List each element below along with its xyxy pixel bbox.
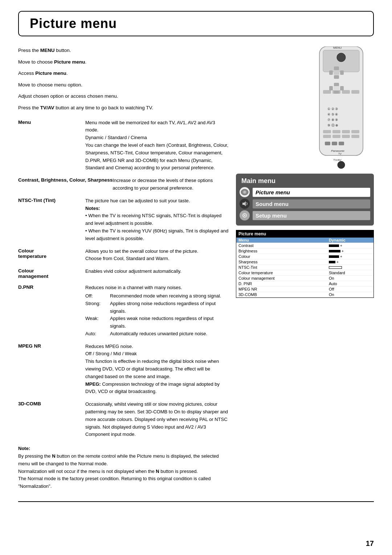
table-cell-colour-mgmt-value: On — [327, 276, 373, 281]
picture-menu-icon — [240, 187, 250, 197]
svg-text:⑦ ⑧ ⑨: ⑦ ⑧ ⑨ — [327, 118, 338, 122]
dpnr-weak-val: Applies weak noise reductions regardless… — [110, 315, 229, 330]
section-label-dpnr: D.PNR — [18, 284, 85, 290]
instruction-1: Press the MENU button. — [18, 46, 229, 54]
instructions-block: Press the MENU button. Move to choose Pi… — [18, 46, 229, 112]
picture-menu-table: Picture menu Menu Dynamic Contrast + Bri… — [236, 230, 374, 298]
section-dpnr: D.PNR Reduces noise in a channel with ma… — [18, 284, 229, 338]
section-colour-mgmt: Colourmanagement Enables vivid colour ad… — [18, 268, 229, 279]
table-cell-contrast-bar: + — [327, 243, 373, 248]
table-row-menu: Menu Dynamic — [236, 238, 373, 243]
svg-rect-7 — [340, 70, 344, 75]
svg-text:TV: TV — [338, 153, 342, 155]
svg-text:④ ⑤ ⑥: ④ ⑤ ⑥ — [327, 113, 338, 116]
sound-menu-text: Sound menu — [253, 199, 370, 208]
table-cell-brightness-label: Brightness — [236, 248, 327, 254]
table-row-3dcomb: 3D-COMB On — [236, 292, 373, 297]
svg-rect-12 — [351, 90, 359, 94]
table-row-mpeg-nr: MPEG NR Off — [236, 287, 373, 292]
table-cell-3dcomb-value: On — [327, 292, 373, 297]
setup-icon-svg — [241, 212, 248, 219]
setup-menu-label: Setup menu — [253, 211, 370, 220]
section-content-colour-temp: Allows you to set the overall colour ton… — [85, 248, 229, 263]
svg-text:① ② ③: ① ② ③ — [327, 107, 338, 111]
section-label-contrast: Contrast, Brightness, Colour, Sharpness — [18, 177, 113, 183]
section-content-colour-mgmt: Enables vivid colour adjustment automati… — [85, 268, 229, 275]
section-label-colour-temp: Colourtemperature — [18, 248, 85, 259]
table-cell-dpnr-label: D. PNR — [236, 281, 327, 287]
table-row-brightness: Brightness + — [236, 248, 373, 254]
section-mpeg-nr: MPEG NR Reduces MPEG noise. Off / Strong… — [18, 343, 229, 396]
svg-point-40 — [244, 215, 245, 216]
dpnr-off-key: Off: — [85, 292, 107, 300]
svg-rect-26 — [323, 135, 331, 138]
note-line-1: By pressing the N button on the remote c… — [18, 453, 219, 466]
sound-menu-icon — [240, 199, 250, 209]
section-label-mpeg-nr: MPEG NR — [18, 343, 85, 349]
bottom-rule — [18, 501, 374, 502]
table-cell-sharpness-bar: + — [327, 259, 373, 265]
bottom-note: Note: By pressing the N button on the re… — [18, 445, 229, 490]
section-contrast: Contrast, Brightness, Colour, Sharpness … — [18, 177, 229, 192]
svg-text:MENU: MENU — [333, 46, 342, 49]
table-cell-menu-label: Menu — [236, 238, 327, 243]
remote-area: MENU — [236, 46, 374, 170]
svg-text:TV/AV: TV/AV — [333, 158, 342, 162]
picture-menu-text: Picture menu — [253, 188, 370, 197]
instruction-4: Move to choose menu option. — [18, 81, 229, 89]
table-row-colour-mgmt: Colour management On — [236, 276, 373, 281]
setup-menu-text: Setup menu — [253, 211, 370, 220]
table-cell-colour-temp-label: Colour temperature — [236, 270, 327, 276]
svg-point-3 — [337, 53, 346, 62]
table-cell-brightness-bar: + — [327, 248, 373, 254]
svg-rect-14 — [334, 90, 339, 94]
picture-menu-table-header: Picture menu — [236, 230, 373, 238]
svg-rect-5 — [334, 75, 339, 79]
svg-rect-30 — [325, 142, 330, 145]
svg-rect-22 — [323, 130, 331, 133]
sections-container: Menu Menu mode will be memorized for eac… — [18, 119, 229, 439]
svg-rect-28 — [342, 135, 350, 138]
section-content-dpnr: Reduces noise in a channel with many noi… — [85, 284, 229, 338]
svg-point-38 — [243, 191, 246, 194]
svg-rect-6 — [329, 70, 333, 75]
table-cell-ntsc-bar — [327, 265, 373, 270]
table-cell-colour-label: Colour — [236, 254, 327, 259]
section-3dcomb: 3D-COMB Occasionally, whilst viewing sti… — [18, 401, 229, 438]
table-cell-colour-bar: + — [327, 254, 373, 259]
table-cell-mpeg-nr-value: Off — [327, 287, 373, 292]
main-menu-box: Main menu Picture menu — [236, 174, 374, 226]
table-cell-contrast-label: Contrast — [236, 243, 327, 248]
dpnr-auto-key: Auto: — [85, 330, 107, 338]
dpnr-auto-val: Automatically reduces unwanted picture n… — [110, 330, 229, 338]
setup-menu-row: Setup menu — [240, 210, 370, 220]
table-row-dpnr: D. PNR Auto — [236, 281, 373, 287]
instruction-3: Access Picture menu. — [18, 69, 229, 77]
picture-menu-label: Picture menu — [253, 188, 370, 197]
svg-rect-13 — [334, 83, 339, 86]
svg-rect-9 — [323, 90, 331, 94]
left-column: Press the MENU button. Move to choose Pi… — [18, 46, 229, 490]
sound-menu-row: Sound menu — [240, 199, 370, 209]
table-row-ntsc: NTSC-Tint — [236, 265, 373, 270]
table-cell-dpnr-value: Auto — [327, 281, 373, 287]
note-title: Note: — [18, 446, 30, 451]
section-ntsc: NTSC-Tint (Tint) The picture hue can be … — [18, 197, 229, 243]
title-box: Picture menu — [18, 11, 374, 36]
dpnr-strong-key: Strong: — [85, 300, 107, 315]
note-line-2: Normalization will not occur if the menu… — [18, 469, 198, 474]
table-cell-mpeg-nr-label: MPEG NR — [236, 287, 327, 292]
svg-rect-24 — [342, 130, 350, 133]
section-content-mpeg-nr: Reduces MPEG noise. Off / Strong / Mid /… — [85, 343, 229, 396]
note-line-3: The Normal mode is the factory preset co… — [18, 476, 211, 489]
content-area: Press the MENU button. Move to choose Pi… — [18, 46, 374, 490]
svg-rect-11 — [342, 90, 350, 94]
dpnr-strong-val: Applies strong noise reductions regardle… — [110, 300, 229, 315]
sound-icon-svg — [241, 200, 248, 207]
main-menu-title: Main menu — [240, 177, 370, 185]
svg-rect-15 — [329, 86, 333, 90]
table-cell-colour-mgmt-label: Colour management — [236, 276, 327, 281]
section-content-contrast: Increase or decrease the levels of these… — [113, 177, 229, 192]
section-label-menu: Menu — [18, 119, 85, 125]
table-cell-ntsc-label: NTSC-Tint — [236, 265, 327, 270]
